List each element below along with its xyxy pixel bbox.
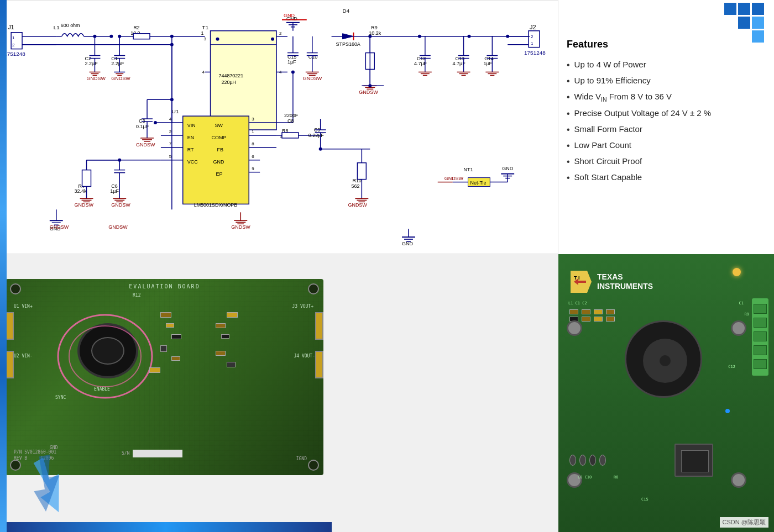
svg-text:1µF: 1µF bbox=[287, 59, 296, 65]
svg-rect-265 bbox=[752, 17, 764, 29]
svg-rect-263 bbox=[752, 3, 764, 15]
svg-text:J2: J2 bbox=[530, 24, 536, 30]
svg-rect-266 bbox=[752, 30, 764, 43]
svg-rect-262 bbox=[738, 3, 750, 15]
feature-text-2: Up to 91% Efficiency bbox=[574, 76, 651, 85]
csdn-watermark: CSDN @陈思颖 bbox=[720, 517, 768, 528]
svg-text:C8: C8 bbox=[287, 118, 294, 124]
svg-rect-213 bbox=[82, 170, 91, 187]
svg-text:9: 9 bbox=[252, 166, 254, 171]
feature-item-7: Short Circuit Proof bbox=[567, 154, 766, 170]
svg-point-267 bbox=[58, 315, 152, 398]
ti-logo-icon: T I bbox=[569, 271, 592, 293]
svg-text:1751248: 1751248 bbox=[4, 51, 25, 57]
svg-point-177 bbox=[154, 121, 157, 124]
svg-rect-261 bbox=[724, 3, 736, 15]
svg-text:J1: J1 bbox=[8, 24, 14, 30]
svg-text:GND: GND bbox=[284, 13, 295, 18]
svg-text:R9: R9 bbox=[371, 25, 377, 30]
side-blue-bar bbox=[0, 0, 7, 532]
svg-rect-44 bbox=[211, 31, 276, 130]
svg-text:7: 7 bbox=[169, 141, 172, 146]
svg-text:STPS160A: STPS160A bbox=[336, 41, 360, 47]
feature-text-4: Precise Output Voltage of 24 V ± 2 % bbox=[574, 108, 712, 118]
svg-text:FB: FB bbox=[217, 147, 223, 152]
svg-text:3: 3 bbox=[204, 36, 207, 41]
svg-text:C10: C10 bbox=[308, 54, 317, 60]
feature-item-2: Up to 91% Efficiency bbox=[567, 73, 766, 89]
svg-text:32.4k: 32.4k bbox=[75, 188, 87, 194]
led-indicator bbox=[733, 268, 741, 276]
svg-text:SW: SW bbox=[215, 123, 223, 128]
svg-text:Net-Tie: Net-Tie bbox=[470, 180, 486, 186]
svg-text:2: 2 bbox=[531, 34, 534, 39]
ti-board-sim: T I TEXAS INSTRUMENTS bbox=[558, 254, 774, 532]
svg-text:RT: RT bbox=[187, 147, 194, 152]
svg-marker-270 bbox=[28, 454, 65, 513]
svg-point-231 bbox=[118, 159, 121, 162]
feature-text-7: Short Circuit Proof bbox=[574, 156, 642, 166]
svg-text:1µF: 1µF bbox=[483, 61, 492, 66]
svg-text:220pF: 220pF bbox=[284, 113, 299, 118]
svg-text:C15: C15 bbox=[287, 54, 296, 60]
svg-rect-0 bbox=[1, 1, 557, 254]
feature-text-1: Up to 4 W of Power bbox=[574, 60, 646, 69]
svg-text:GNDSW: GNDSW bbox=[111, 202, 130, 208]
ti-logo-area: T I TEXAS INSTRUMENTS bbox=[569, 271, 653, 293]
feature-text-8: Soft Start Capable bbox=[574, 172, 642, 182]
svg-point-12 bbox=[109, 35, 113, 38]
svg-text:VCC: VCC bbox=[187, 159, 198, 165]
svg-text:GNDSW: GNDSW bbox=[359, 89, 378, 95]
svg-point-179 bbox=[170, 98, 174, 101]
main-inductor bbox=[625, 320, 702, 398]
pcb-sn-label: S/N bbox=[122, 451, 129, 456]
svg-point-87 bbox=[468, 35, 471, 38]
svg-text:1: 1 bbox=[201, 30, 204, 36]
svg-text:2.2µF: 2.2µF bbox=[111, 61, 124, 66]
svg-point-56 bbox=[271, 38, 274, 41]
schematic-svg: J1 1 2 1751248 L1 600 ohm C2 2.2µF bbox=[1, 1, 558, 254]
svg-text:COMP: COMP bbox=[212, 135, 227, 140]
ti-company-line2: INSTRUMENTS bbox=[597, 282, 653, 291]
svg-rect-264 bbox=[738, 17, 750, 29]
ti-photo-area: T I TEXAS INSTRUMENTS bbox=[558, 254, 774, 532]
svg-rect-186 bbox=[282, 133, 299, 138]
svg-text:1751248: 1751248 bbox=[524, 50, 546, 56]
feature-item-6: Low Part Count bbox=[567, 138, 766, 154]
svg-text:562: 562 bbox=[351, 183, 359, 189]
svg-text:GND: GND bbox=[402, 241, 413, 246]
features-area: Features Up to 4 W of Power Up to 91% Ef… bbox=[558, 0, 774, 254]
svg-text:GNDSW: GNDSW bbox=[136, 142, 155, 148]
svg-text:C6: C6 bbox=[111, 183, 117, 189]
svg-text:GNDSW: GNDSW bbox=[231, 224, 250, 230]
feature-item-3: Wide VIN From 8 V to 36 V bbox=[567, 89, 766, 106]
svg-text:2.2µF: 2.2µF bbox=[85, 61, 98, 66]
svg-text:3: 3 bbox=[252, 117, 254, 122]
feature-text-3: Wide VIN From 8 V to 36 V bbox=[574, 92, 672, 103]
arrow-decoration bbox=[17, 452, 83, 521]
svg-text:4: 4 bbox=[202, 70, 205, 75]
svg-point-23 bbox=[93, 35, 96, 38]
svg-text:1µF: 1µF bbox=[110, 188, 119, 194]
svg-text:GNDSW: GNDSW bbox=[50, 224, 69, 230]
svg-point-55 bbox=[216, 38, 219, 41]
svg-text:6: 6 bbox=[252, 154, 254, 159]
svg-text:GND: GND bbox=[502, 166, 513, 171]
pcb-photo-area: EVALUATION BOARD bbox=[0, 254, 558, 532]
svg-text:GNDSW: GNDSW bbox=[111, 76, 130, 81]
svg-text:1: 1 bbox=[252, 129, 254, 134]
ti-company-line1: TEXAS bbox=[597, 272, 653, 282]
pcb-eval-label: EVALUATION BOARD bbox=[129, 283, 200, 289]
svg-point-86 bbox=[418, 35, 421, 38]
feature-text-6: Low Part Count bbox=[574, 140, 631, 150]
svg-text:2: 2 bbox=[279, 31, 282, 36]
svg-text:NT1: NT1 bbox=[464, 167, 473, 172]
feature-text-5: Small Form Factor bbox=[574, 124, 642, 134]
feature-item-8: Soft Start Capable bbox=[567, 170, 766, 186]
svg-text:VIN: VIN bbox=[187, 123, 196, 128]
svg-text:2: 2 bbox=[12, 43, 15, 48]
feature-item-5: Small Form Factor bbox=[567, 122, 766, 138]
svg-text:T1: T1 bbox=[202, 24, 209, 30]
decorative-squares bbox=[680, 0, 774, 44]
svg-text:EP: EP bbox=[216, 171, 222, 177]
